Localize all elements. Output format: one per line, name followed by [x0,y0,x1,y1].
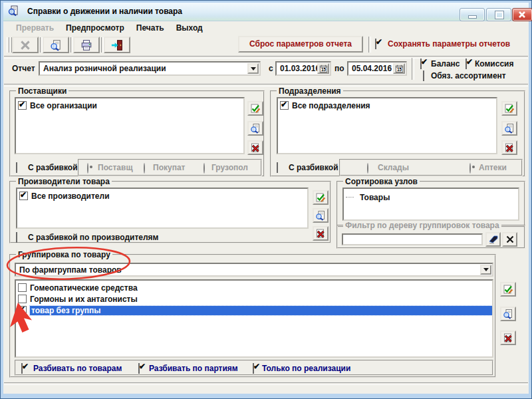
date-from-calendar-button[interactable] [317,63,329,74]
only-sales-checkbox[interactable] [253,363,254,374]
date-to-field[interactable]: 05.04.2016 [347,61,407,76]
departments-select-button[interactable] [501,101,517,116]
exit-button[interactable] [104,37,130,53]
suppliers-breakdown-checkbox[interactable] [16,162,17,173]
radio-warehouses-label: Склады [378,163,409,172]
departments-breakdown-label: С разбивкой [289,163,338,172]
suppliers-delete-button[interactable] [247,140,263,155]
window-title: Справки о движении и наличии товара [27,7,182,16]
list-item[interactable]: Гомеопатические средства [16,281,492,293]
date-from-field[interactable]: 01.03.2016 [275,61,331,76]
suppliers-list[interactable]: Все организации [15,97,245,154]
grouping-combobox-dropdown-button[interactable] [480,265,491,275]
departments-breakdown-checkbox[interactable] [277,162,278,173]
list-item-label: Все подразделения [292,101,370,110]
delete-x-icon [504,142,515,153]
suppliers-group: Поставщики Все организации С разбивкой П… [9,90,265,177]
departments-find-button[interactable] [501,121,517,136]
delete-x-icon [503,332,513,343]
balance-checkbox[interactable] [420,59,422,69]
split-by-batches-label: Разбивать по партиям [149,364,238,373]
radio-pharmacies [469,163,471,174]
save-params-checkbox[interactable] [375,39,376,49]
tree-filter-group-title: Фильтр по дереву группировок товара [343,221,501,230]
menu-item-print[interactable]: Печать [130,22,170,34]
node-sorting-tree[interactable]: Товары [342,188,519,221]
divider [4,56,528,59]
menu-item-exit[interactable]: Выход [170,22,209,34]
preview-button[interactable] [43,37,69,53]
close-icon [518,11,526,19]
tree-filter-input[interactable] [342,233,483,245]
tree-filter-clear-button[interactable] [502,232,517,247]
suppliers-breakdown-label: С разбивкой [28,163,78,172]
item-checkbox[interactable] [18,101,27,110]
grouping-combobox[interactable]: По фармгруппам товаров [15,263,493,277]
list-item-label: Гомеопатические средства [30,283,138,293]
grouping-list[interactable]: Гомеопатические средства Гормоны и их ан… [15,279,493,358]
manufacturers-list[interactable]: Все производители [16,188,309,229]
tree-filter-apply-button[interactable] [485,232,501,247]
maximize-button[interactable] [486,8,511,21]
report-combobox[interactable]: Анализ розничной реализации [39,61,261,76]
departments-list[interactable]: Все подразделения [277,97,497,154]
menubar: Прервать Предпросмотр Печать Выход [3,21,529,35]
date-from-value: 01.03.2016 [280,64,320,73]
radio-warehouses [367,163,368,174]
radio-supplier [87,163,88,174]
list-item[interactable]: Гормоны и их антагонисты [16,293,492,305]
grouping-select-button[interactable] [500,282,516,297]
manufacturers-select-button[interactable] [313,190,329,205]
suppliers-radio-panel: Поставщ Покупат Грузопол [78,159,262,176]
departments-delete-button[interactable] [501,140,517,155]
radio-pharmacies-label: Аптеки [479,163,507,172]
manufacturers-breakdown-checkbox[interactable] [16,232,17,243]
split-by-goods-checkbox[interactable] [21,363,23,374]
date-to-value: 05.04.2016 [352,64,392,73]
item-checkbox[interactable] [18,283,27,292]
chevron-down-icon [483,268,489,274]
assortment-checkbox[interactable] [423,70,424,81]
manufacturers-find-button[interactable] [313,208,329,223]
split-by-batches-checkbox[interactable] [138,363,140,374]
item-checkbox[interactable] [18,295,27,303]
tree-item[interactable]: Товары [344,189,518,203]
list-item[interactable]: товар без группы [16,305,492,316]
grouping-find-button[interactable] [500,307,516,321]
menu-item-abort: Прервать [10,22,60,34]
report-label: Отчет [12,64,35,73]
assortment-label: Обяз. ассортимент [431,71,506,80]
grouping-delete-button[interactable] [500,331,516,345]
list-item-label: Все организации [30,101,97,110]
grouping-group-title: Группировка по товару [16,250,112,259]
menu-item-preview[interactable]: Предпросмотр [60,22,130,34]
reset-report-params-button[interactable]: Сброс параметров отчета [238,36,363,53]
list-item[interactable]: Все подразделения [278,98,496,111]
item-checkbox[interactable] [18,306,27,315]
chevron-down-icon [251,67,256,73]
check-edit-icon [250,103,261,114]
list-item[interactable]: Все организации [16,98,243,111]
print-button[interactable] [73,37,100,53]
close-button[interactable] [512,8,532,21]
date-to-calendar-button[interactable] [393,63,405,74]
radio-buyer [144,163,145,174]
suppliers-find-button[interactable] [247,121,263,136]
maximize-icon [495,11,503,19]
list-item-label: Все производители [31,192,110,201]
titlebar: Справки о движении и наличии товара [3,3,529,21]
calendar-icon [395,65,404,73]
report-combobox-dropdown-button[interactable] [247,63,259,74]
item-checkbox[interactable] [19,192,28,200]
item-checkbox[interactable] [280,101,289,110]
tree-item-label: Товары [360,193,390,202]
grouping-group: Группировка по товару По фармгруппам тов… [9,254,496,378]
minimize-button[interactable] [460,8,485,21]
manufacturers-delete-button[interactable] [313,226,329,241]
apply-filter-icon [488,234,499,245]
list-item[interactable]: Все производители [17,189,307,201]
divider [4,84,528,86]
suppliers-select-button[interactable] [247,101,263,116]
commission-checkbox[interactable] [466,59,467,69]
grouping-combobox-value: По фармгруппам товаров [19,265,122,275]
